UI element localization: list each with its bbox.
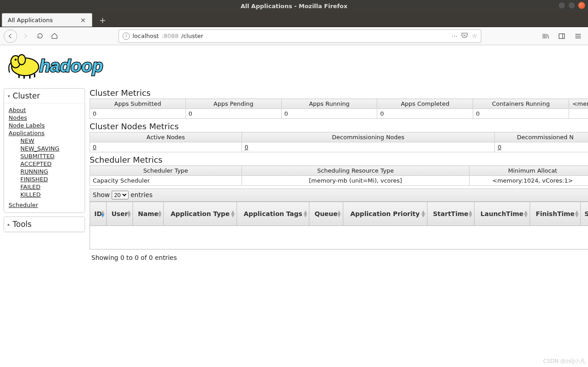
url-bar[interactable]: i localhost:8088/cluster ⋯ ☆: [119, 29, 481, 43]
bookmark-star-icon[interactable]: ☆: [472, 33, 477, 39]
col-apppri[interactable]: Application Priority▲▼: [343, 202, 427, 226]
col-user[interactable]: User▲▼: [107, 202, 133, 226]
tools-panel: ▸ Tools: [4, 216, 85, 232]
reload-icon: [37, 33, 43, 39]
td-decomd-nodes[interactable]: 0: [495, 142, 588, 152]
cluster-nodes-heading: Cluster Nodes Metrics: [90, 122, 588, 131]
reload-button[interactable]: [33, 30, 46, 42]
td-apps-pending: 0: [185, 109, 281, 119]
hadoop-logo[interactable]: hadoop: [5, 48, 588, 84]
td-more: [569, 109, 588, 119]
th-sched-min[interactable]: Minimum Allocat: [469, 166, 588, 176]
nav-scheduler[interactable]: Scheduler: [9, 201, 80, 209]
th-sched-type[interactable]: Scheduler Type: [90, 166, 242, 176]
toolbar-right: [539, 30, 584, 42]
nav-nodes[interactable]: Nodes: [9, 114, 80, 122]
col-apptype[interactable]: Application Type▲▼: [164, 202, 237, 226]
td-sched-type: Capacity Scheduler: [90, 176, 242, 186]
datatable-info: Showing 0 to 0 of 0 entries: [90, 249, 588, 261]
col-queue[interactable]: Queue▲▼: [309, 202, 343, 226]
applications-empty-body: [90, 226, 588, 249]
nav-state-submitted[interactable]: SUBMITTED: [20, 152, 80, 160]
th-sched-res[interactable]: Scheduling Resource Type: [242, 166, 469, 176]
th-containers-running[interactable]: Containers Running: [473, 99, 569, 109]
dt-show-label: Show: [93, 191, 110, 198]
logo-text: hadoop: [39, 56, 103, 75]
td-decom-nodes[interactable]: 0: [242, 142, 495, 152]
tab-title: All Applications: [8, 17, 53, 24]
window-maximize-button[interactable]: [568, 2, 575, 9]
col-apptags[interactable]: Application Tags▲▼: [237, 202, 309, 226]
url-path: /cluster: [181, 33, 204, 39]
cluster-panel-title: Cluster: [13, 91, 40, 100]
nav-state-accepted[interactable]: ACCEPTED: [20, 160, 80, 168]
dt-length-select[interactable]: 20: [112, 191, 128, 199]
cluster-metrics-table: Apps Submitted Apps Pending Apps Running…: [90, 99, 588, 119]
new-tab-button[interactable]: +: [96, 13, 109, 27]
browser-tab-active[interactable]: All Applications ✕: [2, 13, 92, 27]
datatable-toolbar: Show 20 entries: [90, 188, 588, 202]
col-status[interactable]: St: [581, 202, 588, 226]
nav-state-killed[interactable]: KILLED: [20, 191, 80, 198]
more-icon[interactable]: ⋯: [451, 33, 457, 39]
nav-about[interactable]: About: [9, 106, 80, 114]
library-icon[interactable]: [539, 30, 552, 42]
cluster-panel: ▾ Cluster About Nodes Node Labels Applic…: [4, 88, 85, 213]
th-decomd-nodes[interactable]: Decommissioned N: [495, 132, 588, 142]
back-button[interactable]: [4, 29, 17, 43]
forward-button[interactable]: [19, 30, 32, 42]
nav-nodelabels[interactable]: Node Labels: [9, 122, 80, 129]
nav-state-running[interactable]: RUNNING: [20, 168, 80, 175]
nav-state-new-saving[interactable]: NEW_SAVING: [20, 145, 80, 152]
col-start[interactable]: StartTime▲▼: [427, 202, 474, 226]
nav-applications[interactable]: Applications: [9, 129, 80, 137]
td-sched-min: <memory:1024, vCores:1>: [469, 176, 588, 186]
nav-buttons: [4, 29, 61, 43]
cluster-panel-header[interactable]: ▾ Cluster: [4, 89, 85, 104]
svg-rect-0: [559, 33, 564, 38]
th-apps-running[interactable]: Apps Running: [281, 99, 377, 109]
tools-panel-header[interactable]: ▸ Tools: [4, 217, 85, 232]
th-active-nodes[interactable]: Active Nodes: [90, 132, 242, 142]
col-id[interactable]: ID▲▼: [90, 202, 107, 226]
window-controls: [558, 2, 585, 9]
left-sidebar: ▾ Cluster About Nodes Node Labels Applic…: [4, 88, 85, 236]
th-apps-completed[interactable]: Apps Completed: [377, 99, 473, 109]
col-name[interactable]: Name▲▼: [133, 202, 164, 226]
cluster-nodes-table: Active Nodes Decommissioning Nodes Decom…: [90, 132, 588, 152]
nav-state-finished[interactable]: FINISHED: [20, 175, 80, 183]
td-sched-res: [memory-mb (unit=Mi), vcores]: [242, 176, 469, 186]
th-apps-submitted[interactable]: Apps Submitted: [90, 99, 186, 109]
pocket-icon[interactable]: [461, 32, 468, 40]
url-port: :8088: [161, 33, 178, 39]
window-title: All Applications - Mozilla Firefox: [241, 3, 347, 9]
window-close-button[interactable]: [578, 2, 585, 9]
col-finish[interactable]: FinishTime▲▼: [530, 202, 581, 226]
th-decom-nodes[interactable]: Decommissioning Nodes: [242, 132, 495, 142]
col-launch[interactable]: LaunchTime▲▼: [474, 202, 530, 226]
td-active-nodes[interactable]: 0: [90, 142, 242, 152]
main-content: Cluster Metrics Apps Submitted Apps Pend…: [90, 88, 588, 261]
th-more[interactable]: <mem: [569, 99, 588, 109]
nav-state-new[interactable]: NEW: [20, 137, 80, 145]
url-host: localhost: [133, 33, 159, 39]
expand-icon: ▸: [8, 222, 10, 227]
applications-table: ID▲▼ User▲▼ Name▲▼ Application Type▲▼ Ap…: [90, 202, 588, 226]
td-apps-submitted: 0: [90, 109, 186, 119]
browser-toolbar: i localhost:8088/cluster ⋯ ☆: [0, 27, 588, 45]
tab-close-icon[interactable]: ✕: [80, 17, 86, 24]
site-info-icon[interactable]: i: [123, 33, 130, 40]
arrow-right-icon: [22, 33, 28, 39]
window-minimize-button[interactable]: [558, 2, 565, 9]
menu-icon[interactable]: [572, 30, 584, 42]
browser-tabstrip: All Applications ✕ +: [0, 12, 588, 27]
th-apps-pending[interactable]: Apps Pending: [185, 99, 281, 109]
nav-state-failed[interactable]: FAILED: [20, 183, 80, 191]
td-apps-running: 0: [281, 109, 377, 119]
sidebar-icon[interactable]: [555, 30, 568, 42]
td-containers-running: 0: [473, 109, 569, 119]
collapse-icon: ▾: [8, 94, 10, 99]
home-button[interactable]: [48, 30, 61, 42]
scheduler-table: Scheduler Type Scheduling Resource Type …: [90, 165, 588, 186]
cluster-metrics-heading: Cluster Metrics: [90, 88, 588, 98]
